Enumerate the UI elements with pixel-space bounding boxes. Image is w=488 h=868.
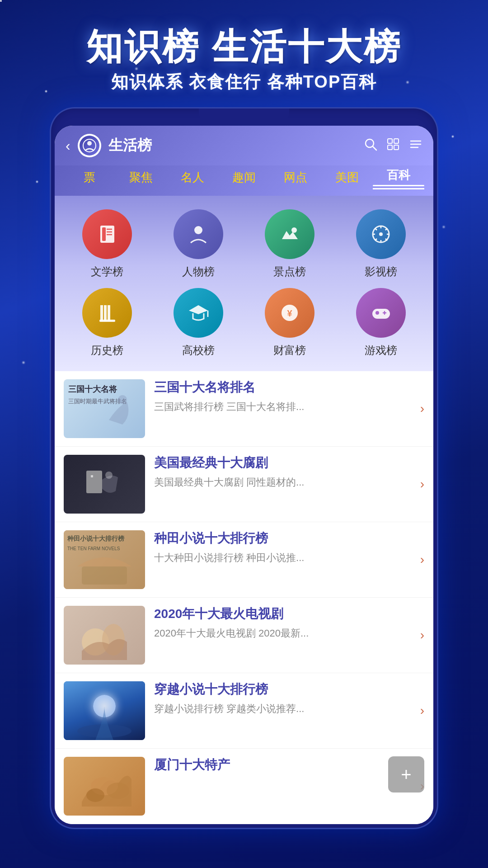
svg-point-43 <box>105 472 113 479</box>
list-icon[interactable] <box>409 137 422 154</box>
tab-wangdian[interactable]: 网点 <box>270 168 321 187</box>
yingshi-label: 影视榜 <box>365 264 397 279</box>
wenxue-icon <box>82 209 132 259</box>
svg-rect-12 <box>102 227 106 241</box>
item3-info: 种田小说十大排行榜 十大种田小说排行榜 种田小说推... <box>154 530 411 565</box>
category-yingshi[interactable]: 影视榜 <box>338 209 424 279</box>
item1-info: 三国十大名将排名 三国武将排行榜 三国十大名将排... <box>154 379 411 414</box>
grid-icon[interactable] <box>386 137 400 154</box>
notch <box>199 108 289 122</box>
item4-desc: 2020年十大最火电视剧 2020最新... <box>154 627 407 641</box>
logo-inner <box>80 136 99 156</box>
category-jingdian[interactable]: 景点榜 <box>246 209 333 279</box>
svg-point-50 <box>107 783 129 799</box>
thumb-2020 <box>64 606 145 665</box>
nav-title: 生活榜 <box>108 136 357 156</box>
svg-rect-44 <box>82 566 127 585</box>
item2-arrow: › <box>420 477 424 491</box>
svg-point-16 <box>194 226 202 234</box>
item4-info: 2020年十大最火电视剧 2020年十大最火电视剧 2020最新... <box>154 606 411 641</box>
tab-quwen[interactable]: 趣闻 <box>218 168 270 187</box>
list-item-meiguo[interactable]: 美国最经典十大腐剧 美国最经典十大腐剧 同性题材的... › <box>55 447 433 522</box>
thumb-sanguozhi: 三国十大名将三国时期最牛武将排名 <box>64 379 145 438</box>
tab-jujiao[interactable]: 聚焦 <box>115 168 167 187</box>
list-item-xiamen[interactable]: 厦门十大特产 › <box>55 749 433 824</box>
phone-content: ‹ 生活榜 <box>55 126 433 824</box>
category-caifu[interactable]: ¥ 财富榜 <box>246 288 333 358</box>
category-renwu[interactable]: 人物榜 <box>155 209 242 279</box>
thumb-xiamen <box>64 757 145 816</box>
search-icon[interactable] <box>364 137 377 154</box>
thumb-zhongtian: 种田小说十大排行榜THE TEN FARM NOVELS <box>64 530 145 589</box>
svg-point-19 <box>379 232 383 236</box>
list-item-2020[interactable]: 2020年十大最火电视剧 2020年十大最火电视剧 2020最新... › <box>55 598 433 673</box>
category-lishi[interactable]: 历史榜 <box>64 288 150 358</box>
item3-arrow: › <box>420 552 424 567</box>
svg-point-49 <box>86 788 104 802</box>
svg-line-3 <box>373 146 376 150</box>
tab-baike[interactable]: 百科 <box>373 165 424 189</box>
svg-rect-28 <box>100 305 103 321</box>
thumb-meiguo <box>64 455 145 514</box>
list-item-chuanyue[interactable]: 穿越小说十大排行榜 穿越小说排行榜 穿越类小说推荐... › <box>55 673 433 749</box>
svg-line-27 <box>375 239 377 241</box>
svg-text:¥: ¥ <box>287 308 292 318</box>
item1-desc: 三国武将排行榜 三国十大名将排... <box>154 400 407 414</box>
list-item-zhongtian[interactable]: 种田小说十大排行榜THE TEN FARM NOVELS 种田小说十大排行榜 十… <box>55 522 433 598</box>
lishi-icon <box>82 288 132 338</box>
tab-meitu[interactable]: 美图 <box>321 168 373 187</box>
svg-point-17 <box>291 227 297 233</box>
tab-mingren[interactable]: 名人 <box>167 168 218 187</box>
nav-icons <box>364 137 422 154</box>
svg-rect-7 <box>394 145 399 150</box>
item2-info: 美国最经典十大腐剧 美国最经典十大腐剧 同性题材的... <box>154 455 411 490</box>
lishi-label: 历史榜 <box>91 343 123 358</box>
svg-line-24 <box>375 228 377 230</box>
svg-rect-41 <box>86 471 102 493</box>
item6-title: 厦门十大特产 <box>154 757 407 773</box>
float-add-button[interactable]: + <box>388 756 424 793</box>
svg-rect-4 <box>388 139 392 143</box>
gaoxiao-icon <box>174 288 223 338</box>
back-button[interactable]: ‹ <box>66 137 70 154</box>
gaoxiao-label: 高校榜 <box>182 343 215 358</box>
item4-arrow: › <box>420 628 424 642</box>
svg-rect-29 <box>104 305 107 321</box>
yingshi-icon <box>356 209 406 259</box>
item3-desc: 十大种田小说排行榜 种田小说推... <box>154 551 407 565</box>
item1-arrow: › <box>420 401 424 416</box>
list-section: 三国十大名将三国时期最牛武将排名 三国十大名将排名 三国武将排行榜 三国十大名将… <box>55 371 433 824</box>
renwu-label: 人物榜 <box>182 264 215 279</box>
svg-rect-36 <box>372 309 390 319</box>
svg-rect-6 <box>388 145 392 150</box>
youxi-label: 游戏榜 <box>365 343 397 358</box>
jingdian-icon <box>265 209 314 259</box>
category-grid: 文学榜 人物榜 <box>64 209 424 358</box>
category-gaoxiao[interactable]: 高校榜 <box>155 288 242 358</box>
svg-line-26 <box>385 228 387 230</box>
svg-point-0 <box>87 141 92 146</box>
svg-point-40 <box>118 395 127 404</box>
renwu-icon <box>174 209 223 259</box>
category-section: 文学榜 人物榜 <box>55 196 433 371</box>
list-item-sanguozhi[interactable]: 三国十大名将三国时期最牛武将排名 三国十大名将排名 三国武将排行榜 三国十大名将… <box>55 371 433 447</box>
item6-info: 厦门十大特产 <box>154 757 411 778</box>
nav-bar: ‹ 生活榜 <box>55 126 433 165</box>
category-wenxue[interactable]: 文学榜 <box>64 209 150 279</box>
item3-title: 种田小说十大排行榜 <box>154 530 407 547</box>
item5-desc: 穿越小说排行榜 穿越类小说推荐... <box>154 702 407 716</box>
item4-title: 2020年十大最火电视剧 <box>154 606 407 622</box>
app-logo <box>78 134 101 157</box>
thumb-chuanyue <box>64 681 145 740</box>
header-subtitle: 知识体系 衣食住行 各种TOP百科 <box>0 71 488 94</box>
category-youxi[interactable]: 游戏榜 <box>338 288 424 358</box>
jingdian-label: 景点榜 <box>273 264 306 279</box>
item5-info: 穿越小说十大排行榜 穿越小说排行榜 穿越类小说推荐... <box>154 681 411 716</box>
item5-arrow: › <box>420 703 424 718</box>
item2-desc: 美国最经典十大腐剧 同性题材的... <box>154 476 407 490</box>
wenxue-label: 文学榜 <box>91 264 123 279</box>
svg-point-37 <box>375 311 379 315</box>
item2-title: 美国最经典十大腐剧 <box>154 455 407 471</box>
svg-rect-31 <box>99 320 115 322</box>
tab-piao[interactable]: 票 <box>64 168 115 187</box>
